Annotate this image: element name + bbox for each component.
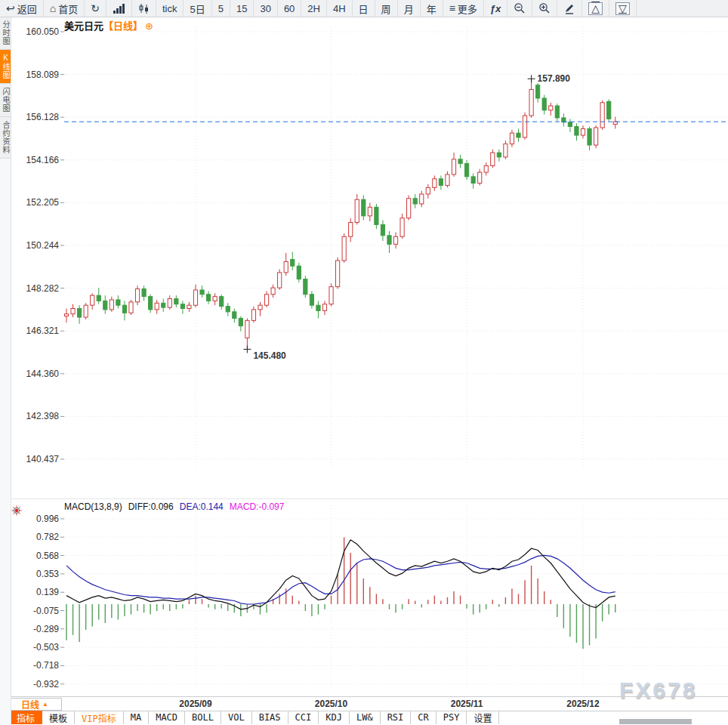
triangle-up-icon: ▲ — [42, 701, 48, 708]
triangle-down-icon: ▽ — [615, 2, 630, 15]
toolbar-button-scale-down[interactable]: ▽ — [609, 0, 637, 17]
tab-vol[interactable]: VOL — [221, 711, 252, 724]
macd-axis-label: -0.718 — [33, 660, 59, 671]
tab-lwr[interactable]: LW& — [350, 711, 381, 724]
macd-params: MACD(13,8,9) — [64, 501, 122, 512]
price-annotation: 145.480 — [253, 350, 286, 361]
macd-hist-value: MACD:-0.097 — [230, 501, 285, 512]
tab-cr[interactable]: CR — [411, 711, 436, 724]
price-annotation: 157.890 — [538, 73, 571, 84]
macd-dea-value: DEA:0.144 — [180, 501, 224, 512]
period-selector-button[interactable]: 日线 ▲ — [8, 698, 62, 711]
zoom-out-icon — [514, 2, 526, 14]
toolbar-button-day[interactable]: 日 — [353, 0, 375, 17]
toolbar-button-scale-up[interactable]: △ — [582, 0, 609, 17]
refresh-icon: ↻ — [91, 3, 100, 14]
macd-axis-label: 0.568 — [36, 551, 59, 561]
horizontal-scrollbar-thumb[interactable] — [619, 719, 692, 724]
toolbar-button-zoom-in[interactable] — [532, 0, 557, 17]
toolbar-button-candlestick[interactable] — [132, 0, 156, 17]
toolbar-button-4h[interactable]: 4H — [327, 0, 353, 17]
back-arrow-icon: ↩ — [6, 3, 15, 14]
price-axis-label: 150.244 — [26, 240, 60, 251]
sidebar-tab-time-share-chart[interactable]: 分时图 — [0, 17, 11, 50]
toolbar-button-refresh[interactable]: ↻ — [85, 0, 106, 17]
tab-kdj[interactable]: KDJ — [319, 711, 350, 724]
tab-cci[interactable]: CCI — [288, 711, 319, 724]
candlestick-chart[interactable]: 160.050158.089156.128154.166152.205150.2… — [11, 17, 728, 498]
tab-boll[interactable]: BOLL — [185, 711, 221, 724]
tab-indicators[interactable]: 指标 — [9, 711, 42, 724]
sidebar-tab-lightning-chart[interactable]: 闪电图 — [0, 84, 11, 117]
macd-axis-label: 0.782 — [36, 532, 59, 542]
toolbar-button-more[interactable]: ≡ 更多 — [443, 0, 484, 17]
price-axis-label: 144.360 — [26, 369, 60, 379]
top-toolbar: ↩ 返回 ⌂ 首页 ↻ tick 5日 5 15 30 60 2H 4H 日 周… — [0, 0, 728, 17]
toolbar-button-label: 4H — [333, 3, 346, 14]
macd-chart[interactable]: 0.9960.7820.5680.3530.139-0.075-0.289-0.… — [11, 498, 728, 697]
x-axis-label: 2025/09 — [176, 699, 215, 709]
toolbar-button-15m[interactable]: 15 — [230, 0, 254, 17]
toolbar-button-label: 首页 — [58, 2, 78, 16]
toolbar-button-back[interactable]: ↩ 返回 — [0, 0, 44, 17]
toolbar-button-year[interactable]: 年 — [421, 0, 443, 17]
toolbar-button-zoom-out[interactable] — [507, 0, 532, 17]
toolbar-button-label: 年 — [427, 2, 436, 16]
toolbar-button-draw[interactable] — [557, 0, 582, 17]
toolbar-button-5m[interactable]: 5 — [212, 0, 230, 17]
macd-diff-value: DIFF:0.096 — [128, 501, 174, 512]
chart-title: 美元日元【日线】⊕ — [64, 18, 153, 32]
price-axis-label: 160.050 — [26, 26, 60, 37]
toolbar-button-label: 5日 — [190, 2, 205, 16]
price-axis-label: 156.128 — [26, 112, 60, 122]
toolbar-button-home[interactable]: ⌂ 首页 — [44, 0, 85, 17]
tab-settings[interactable]: 设置 — [467, 711, 499, 724]
period-selector-label: 日线 — [21, 698, 39, 711]
tab-bias[interactable]: BIAS — [252, 711, 288, 724]
period-label: 【日线】 — [103, 20, 143, 32]
price-axis-label: 152.205 — [26, 197, 60, 208]
toolbar-button-60m[interactable]: 60 — [278, 0, 301, 17]
candlestick-icon — [138, 3, 150, 14]
tab-rsi[interactable]: RSI — [381, 711, 412, 724]
pencil-icon — [563, 2, 575, 14]
tab-macd[interactable]: MACD — [149, 711, 185, 724]
price-axis-label: 142.398 — [26, 411, 60, 421]
macd-axis-label: -0.289 — [33, 624, 59, 634]
home-icon: ⌂ — [50, 3, 56, 14]
price-axis-label: 140.437 — [26, 454, 60, 464]
macd-axis-label: -0.075 — [33, 606, 59, 616]
tab-templates[interactable]: 模板 — [42, 711, 75, 724]
toolbar-button-label: 15 — [236, 3, 247, 14]
macd-header: MACD(13,8,9)DIFF:0.096DEA:0.144MACD:-0.0… — [64, 501, 290, 512]
toolbar-button-bar-chart[interactable] — [106, 0, 132, 17]
price-axis-label: 154.166 — [26, 155, 60, 165]
x-axis-label: 2025/11 — [447, 699, 486, 709]
toolbar-button-label: 周 — [381, 2, 391, 16]
toolbar-button-5d[interactable]: 5日 — [184, 0, 211, 17]
toolbar-button-label: 更多 — [458, 2, 477, 16]
left-sidebar: 分时图 K线图 闪电图 合约资料 — [0, 17, 11, 725]
x-axis-row: 日线 ▲ 2025/092025/102025/112025/12 — [0, 696, 728, 711]
x-axis-label: 2025/10 — [312, 699, 351, 709]
toolbar-button-2h[interactable]: 2H — [301, 0, 327, 17]
toolbar-button-week[interactable]: 周 — [375, 0, 398, 17]
price-axis-label: 158.089 — [26, 69, 60, 80]
add-overlay-icon[interactable]: ⊕ — [145, 20, 153, 32]
tab-psy[interactable]: PSY — [436, 711, 467, 724]
tab-vip-indicators[interactable]: VIP指标 — [75, 711, 124, 724]
sidebar-tab-kline-chart[interactable]: K线图 — [0, 50, 11, 84]
toolbar-button-month[interactable]: 月 — [398, 0, 421, 17]
toolbar-button-label: 60 — [284, 3, 295, 14]
price-axis-label: 148.282 — [26, 283, 60, 294]
toolbar-button-tick[interactable]: tick — [156, 0, 184, 17]
macd-settings-icon[interactable] — [11, 505, 22, 519]
sidebar-tab-contract-info[interactable]: 合约资料 — [0, 117, 11, 159]
symbol-name: 美元日元 — [64, 20, 103, 32]
tab-ma[interactable]: MA — [124, 711, 149, 724]
toolbar-button-30m[interactable]: 30 — [254, 0, 277, 17]
toolbar-button-indicators-fx[interactable]: ƒx — [484, 0, 507, 17]
app-window: ↩ 返回 ⌂ 首页 ↻ tick 5日 5 15 30 60 2H 4H 日 周… — [0, 0, 728, 725]
toolbar-button-label: 30 — [260, 3, 270, 14]
macd-axis-label: 0.353 — [36, 569, 59, 579]
